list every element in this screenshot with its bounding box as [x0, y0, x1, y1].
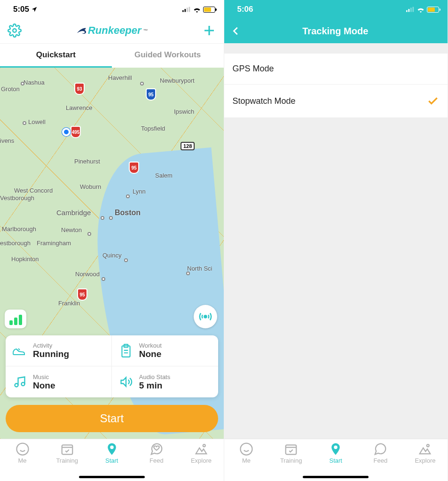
shoe-icon — [12, 345, 27, 357]
pin-icon — [329, 442, 343, 456]
tab-bar: Me Training Start Feed Explore — [224, 439, 448, 481]
workout-config-card: ActivityRunning WorkoutNone MusicNone Au… — [6, 335, 218, 397]
svg-point-10 — [16, 443, 28, 455]
map-city-label: Framingham — [37, 240, 71, 247]
config-value: 5 min — [139, 380, 171, 391]
config-label: Audio Stats — [139, 373, 171, 380]
config-workout[interactable]: WorkoutNone — [112, 335, 218, 366]
broadcast-icon — [198, 310, 212, 324]
brand-text: Runkeeper — [88, 24, 141, 37]
tab-start[interactable]: Start — [314, 442, 358, 481]
svg-point-12 — [203, 444, 205, 447]
map-city-label: West Concord — [14, 187, 53, 194]
tab-guided-workouts[interactable]: Guided Workouts — [112, 44, 224, 68]
interstate-shield-icon: 95 — [129, 162, 139, 174]
tab-training[interactable]: Training — [269, 442, 314, 481]
svg-rect-13 — [406, 10, 408, 12]
pin-icon — [105, 442, 119, 456]
map-city-label: Lowell — [28, 118, 46, 125]
map-city-label: Boston — [115, 209, 141, 217]
calendar-check-icon — [284, 442, 298, 456]
home-indicator — [79, 476, 145, 478]
mountain-icon — [418, 442, 432, 456]
status-time: 5:06 — [237, 5, 253, 14]
map-city-label: Newton — [61, 226, 82, 233]
home-indicator — [303, 476, 369, 478]
map-city-label: Nashua — [24, 79, 45, 86]
tracking-mode-body: GPS Mode Stopwatch Mode — [224, 43, 448, 439]
checkmark-icon — [427, 95, 439, 107]
phone-tracking-mode-screen: 5:06 Tracking Mode GPS Mode Stopwatch Mo… — [224, 0, 448, 481]
smile-icon — [239, 442, 253, 456]
clipboard-icon — [118, 344, 134, 358]
map-city-label: estborough — [0, 240, 31, 247]
wifi-icon — [417, 7, 425, 13]
map-city-label: Salem — [155, 172, 173, 179]
map-city-label: North Sci — [187, 265, 212, 272]
start-button[interactable]: Start — [6, 405, 218, 432]
mountain-icon — [194, 442, 208, 456]
gps-signal-indicator[interactable] — [5, 310, 26, 328]
svg-point-4 — [13, 29, 16, 32]
nav-header: Tracking Mode — [224, 19, 448, 43]
settings-icon[interactable] — [8, 23, 22, 38]
tab-me[interactable]: Me — [224, 442, 269, 481]
map-city-label: Cambridge — [56, 209, 91, 217]
svg-point-19 — [427, 444, 429, 447]
speaker-icon — [118, 375, 134, 388]
tracking-mode-list: GPS Mode Stopwatch Mode — [224, 54, 448, 117]
svg-rect-16 — [413, 7, 414, 12]
interstate-shield-icon: 95 — [77, 288, 87, 301]
config-label: Activity — [33, 342, 69, 349]
tab-start[interactable]: Start — [89, 442, 134, 481]
row-stopwatch-mode[interactable]: Stopwatch Mode — [224, 85, 448, 117]
row-gps-mode[interactable]: GPS Mode — [224, 54, 448, 85]
svg-rect-1 — [184, 9, 186, 12]
music-icon — [12, 375, 27, 388]
tab-explore[interactable]: Explore — [179, 442, 223, 481]
map-city-label: ivens — [0, 137, 14, 144]
svg-rect-14 — [409, 9, 410, 12]
heart-chat-icon — [149, 442, 164, 456]
add-icon[interactable] — [202, 23, 216, 38]
status-bar: 5:05 — [0, 0, 224, 19]
config-audio-stats[interactable]: Audio Stats5 min — [112, 366, 218, 397]
map-view[interactable]: Nashua Haverhill Newburyport Lawrence Lo… — [0, 68, 224, 439]
svg-rect-3 — [189, 7, 190, 12]
phone-start-screen: 5:05 Runkeeper™ Quickstart Guided Workou… — [0, 0, 224, 481]
user-location-dot — [62, 128, 71, 136]
heart-chat-icon — [373, 442, 387, 456]
status-time: 5:05 — [13, 5, 29, 14]
svg-rect-0 — [182, 10, 184, 12]
map-city-label: Hopkinton — [11, 256, 39, 263]
config-label: Music — [33, 373, 55, 380]
map-city-label: Franklin — [58, 300, 80, 307]
wifi-icon — [193, 7, 201, 13]
map-city-label: Vestborough — [0, 194, 34, 202]
config-activity[interactable]: ActivityRunning — [6, 335, 112, 366]
map-city-label: Haverhill — [108, 74, 132, 81]
tab-quickstart[interactable]: Quickstart — [0, 44, 112, 68]
svg-rect-11 — [62, 445, 72, 454]
location-arrow-icon — [31, 6, 38, 13]
app-header: Runkeeper™ — [0, 19, 224, 44]
asics-spiral-icon — [76, 25, 87, 36]
tab-feed[interactable]: Feed — [134, 442, 179, 481]
tab-feed[interactable]: Feed — [358, 442, 403, 481]
tab-training[interactable]: Training — [45, 442, 89, 481]
tab-me[interactable]: Me — [0, 442, 45, 481]
map-city-label: Groton — [1, 85, 20, 93]
interstate-shield-icon: 95 — [146, 88, 156, 101]
map-city-label: Pinehurst — [74, 158, 100, 165]
svg-point-9 — [22, 382, 25, 386]
interstate-shield-icon: 495 — [71, 126, 81, 138]
battery-icon — [427, 7, 439, 13]
tab-explore[interactable]: Explore — [403, 442, 448, 481]
config-value: None — [139, 349, 162, 359]
svg-point-17 — [241, 443, 252, 455]
config-value: Running — [33, 349, 69, 359]
svg-point-8 — [15, 384, 18, 387]
row-label: Stopwatch Mode — [233, 96, 296, 106]
config-music[interactable]: MusicNone — [6, 366, 112, 397]
live-broadcast-button[interactable] — [194, 305, 217, 328]
